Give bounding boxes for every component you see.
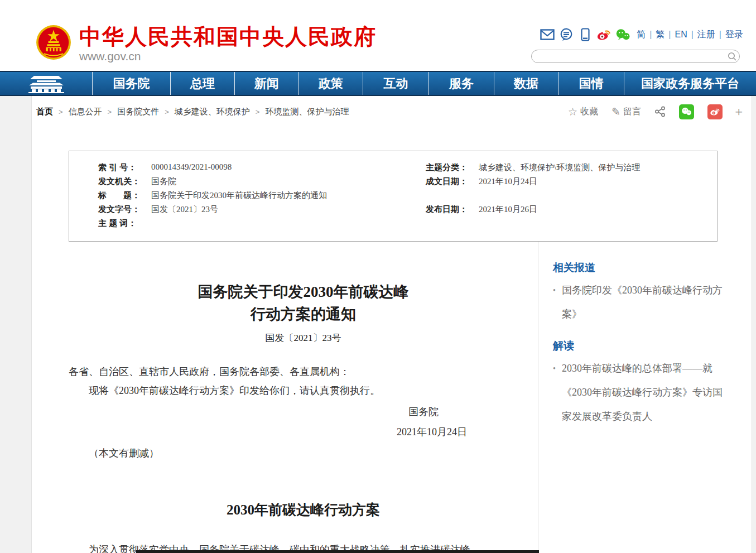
sidebar: 相关报道 •国务院印发《2030年前碳达峰行动方案》 解读 •2030年前碳达峰… bbox=[538, 242, 752, 553]
breadcrumb-home[interactable]: 首页 bbox=[36, 107, 53, 116]
document-title: 国务院关于印发2030年前碳达峰行动方案的通知 bbox=[69, 281, 538, 325]
favorite-label: 收藏 bbox=[580, 106, 598, 118]
share-icon bbox=[654, 106, 666, 117]
meta-label-title: 标 题： bbox=[98, 190, 151, 201]
interpretation-heading: 解读 bbox=[553, 339, 723, 353]
lang-traditional[interactable]: 繁 bbox=[656, 30, 664, 39]
site-header: 中华人民共和国中央人民政府 www.gov.cn 简|繁|EN|注册|登录 bbox=[0, 0, 756, 71]
nav-item-services[interactable]: 服务 bbox=[428, 72, 494, 95]
site-url: www.gov.cn bbox=[79, 50, 377, 63]
register-link[interactable]: 注册 bbox=[697, 30, 715, 39]
meta-label-subject-words: 主 题 词： bbox=[98, 218, 151, 229]
document-number: 国发〔2021〕23号 bbox=[69, 331, 538, 344]
wechat-icon[interactable] bbox=[615, 28, 630, 41]
document-meta-box: 索 引 号：000014349/2021-00098 发文机关：国务院 标 题：… bbox=[69, 151, 718, 242]
nav-item-premier[interactable]: 总理 bbox=[170, 72, 234, 95]
interpretation-link[interactable]: •2030年前碳达峰的总体部署——就《2030年前碳达峰行动方案》专访国家发展改… bbox=[553, 357, 723, 429]
related-reports-heading: 相关报道 bbox=[553, 261, 723, 275]
message-icon[interactable] bbox=[558, 28, 574, 41]
national-emblem-icon bbox=[36, 25, 71, 60]
nav-item-national-conditions[interactable]: 国情 bbox=[558, 72, 624, 95]
meta-value-category: 城乡建设、环境保护\环境监测、保护与治理 bbox=[479, 162, 640, 173]
document-body: 国务院关于印发2030年前碳达峰行动方案的通知 国发〔2021〕23号 各省、自… bbox=[32, 242, 538, 553]
nav-item-gov-service-platform[interactable]: 国家政务服务平台 bbox=[624, 72, 756, 95]
weibo-icon[interactable] bbox=[596, 28, 611, 41]
meta-value-title: 国务院关于印发2030年前碳达峰行动方案的通知 bbox=[151, 190, 327, 201]
bullet-icon: • bbox=[553, 278, 556, 302]
brand-link[interactable]: 中华人民共和国中央人民政府 www.gov.cn bbox=[36, 25, 377, 63]
comment-button[interactable]: ✎ 留言 bbox=[611, 105, 641, 118]
more-share-button[interactable]: ＋ bbox=[733, 103, 745, 120]
breadcrumb: 首页>信息公开>国务院文件>城乡建设、环境保护>环境监测、保护与治理 bbox=[36, 107, 349, 117]
search-icon[interactable] bbox=[725, 50, 739, 62]
meta-value-issuing-org: 国务院 bbox=[151, 176, 176, 187]
main-nav: 国务院 总理 新闻 政策 互动 服务 数据 国情 国家政务服务平台 bbox=[0, 71, 756, 96]
weibo-share-icon bbox=[710, 107, 720, 116]
lang-links: 简|繁|EN|注册|登录 bbox=[637, 29, 743, 41]
related-report-link[interactable]: •国务院印发《2030年前碳达峰行动方案》 bbox=[553, 278, 723, 326]
nav-item-interaction[interactable]: 互动 bbox=[363, 72, 428, 95]
meta-label-written-date: 成文日期： bbox=[426, 176, 479, 187]
meta-label-issuing-org: 发文机关： bbox=[98, 176, 151, 187]
body-paragraph: 现将《2030年前碳达峰行动方案》印发给你们，请认真贯彻执行。 bbox=[69, 381, 538, 400]
related-reports-list: •国务院印发《2030年前碳达峰行动方案》 bbox=[553, 278, 723, 326]
salutation-paragraph: 各省、自治区、直辖市人民政府，国务院各部委、各直属机构： bbox=[69, 362, 538, 381]
abridgment-note: （本文有删减） bbox=[69, 444, 538, 463]
login-link[interactable]: 登录 bbox=[725, 30, 743, 39]
page-background: 首页>信息公开>国务院文件>城乡建设、环境保护>环境监测、保护与治理 ☆ 收藏 … bbox=[0, 96, 756, 553]
share-button[interactable] bbox=[654, 106, 666, 117]
nav-item-data[interactable]: 数据 bbox=[494, 72, 558, 95]
nav-home-tiananmen-icon[interactable] bbox=[0, 72, 92, 95]
search-box bbox=[531, 50, 740, 63]
content-card: 首页>信息公开>国务院文件>城乡建设、环境保护>环境监测、保护与治理 ☆ 收藏 … bbox=[31, 96, 752, 553]
breadcrumb-state-council-docs[interactable]: 国务院文件 bbox=[117, 107, 159, 116]
lang-english[interactable]: EN bbox=[675, 30, 687, 39]
nav-item-state-council[interactable]: 国务院 bbox=[92, 72, 170, 95]
meta-value-publish-date: 2021年10月26日 bbox=[479, 204, 537, 215]
nav-item-policy[interactable]: 政策 bbox=[298, 72, 363, 95]
meta-value-doc-number: 国发〔2021〕23号 bbox=[151, 204, 218, 215]
clipped-next-line bbox=[136, 550, 539, 553]
meta-label-doc-number: 发文字号： bbox=[98, 204, 151, 215]
breadcrumb-info-disclosure[interactable]: 信息公开 bbox=[69, 107, 102, 116]
page-tools: ☆ 收藏 ✎ 留言 ＋ bbox=[555, 103, 745, 120]
breadcrumb-row: 首页>信息公开>国务院文件>城乡建设、环境保护>环境监测、保护与治理 ☆ 收藏 … bbox=[32, 96, 752, 127]
nav-item-news[interactable]: 新闻 bbox=[234, 72, 298, 95]
search-input[interactable] bbox=[532, 51, 725, 62]
interpretation-list: •2030年前碳达峰的总体部署——就《2030年前碳达峰行动方案》专访国家发展改… bbox=[553, 357, 723, 429]
meta-label-category: 主题分类： bbox=[426, 162, 479, 173]
share-weibo-button[interactable] bbox=[707, 104, 723, 119]
meta-value-index: 000014349/2021-00098 bbox=[151, 162, 232, 172]
plan-section-title: 2030年前碳达峰行动方案 bbox=[69, 501, 538, 519]
star-icon: ☆ bbox=[568, 105, 577, 118]
bullet-icon: • bbox=[553, 357, 556, 381]
meta-label-index: 索 引 号： bbox=[98, 162, 151, 173]
meta-label-publish-date: 发布日期： bbox=[426, 204, 479, 215]
favorite-button[interactable]: ☆ 收藏 bbox=[568, 105, 598, 118]
site-title: 中华人民共和国中央人民政府 bbox=[79, 25, 377, 49]
meta-right-column: 主题分类：城乡建设、环境保护\环境监测、保护与治理 成文日期：2021年10月2… bbox=[426, 162, 717, 232]
meta-value-written-date: 2021年10月24日 bbox=[479, 176, 537, 187]
signature-org: 国务院 bbox=[69, 402, 538, 421]
lang-simplified[interactable]: 简 bbox=[637, 30, 646, 39]
wechat-share-icon bbox=[681, 107, 692, 116]
mail-icon[interactable] bbox=[540, 28, 555, 41]
meta-left-column: 索 引 号：000014349/2021-00098 发文机关：国务院 标 题：… bbox=[98, 162, 426, 232]
comment-label: 留言 bbox=[623, 106, 641, 118]
share-wechat-button[interactable] bbox=[679, 104, 694, 119]
breadcrumb-env-monitoring[interactable]: 环境监测、保护与治理 bbox=[265, 107, 349, 116]
signature-date: 2021年10月24日 bbox=[69, 422, 538, 441]
mobile-icon[interactable] bbox=[577, 28, 593, 41]
pencil-icon: ✎ bbox=[611, 105, 620, 118]
breadcrumb-urban-env[interactable]: 城乡建设、环境保护 bbox=[175, 107, 250, 116]
